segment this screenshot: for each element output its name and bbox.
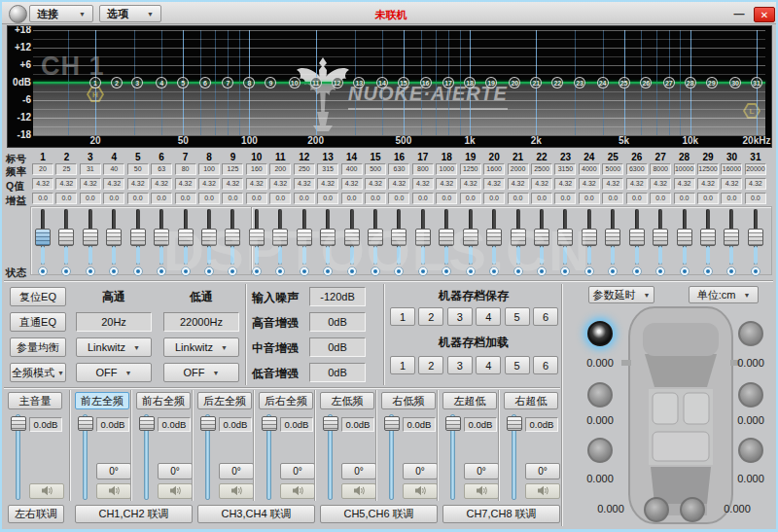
channel-mute-button[interactable] [525,483,560,499]
channel-mute-button[interactable] [96,483,131,499]
eq-slider-handle[interactable] [605,229,620,246]
eq-slider-handle[interactable] [511,229,526,246]
channel-mute-button[interactable] [158,483,193,499]
eq-band-handle[interactable]: 23 [574,77,585,89]
speaker-mid-right[interactable] [738,382,763,408]
channel-tab-9[interactable]: 右超低 [504,392,558,409]
options-menu-button[interactable]: 选项 ▼ [99,5,161,22]
eq-slider-handle[interactable] [106,229,122,246]
band-status-radio[interactable] [632,266,642,276]
eq-slider-handle[interactable] [201,229,217,246]
band-status-radio[interactable] [181,266,191,276]
channel-slider-handle[interactable] [507,416,522,431]
band-status-radio[interactable] [751,266,760,276]
eq-band-handle[interactable]: 19 [485,77,497,89]
channel-mute-button[interactable] [280,483,315,499]
eq-slider-handle[interactable] [700,229,716,246]
eq-slider-handle[interactable] [368,229,383,246]
eq-slider-handle[interactable] [130,229,146,246]
channel-volume-value[interactable]: 0.0dB [341,417,374,432]
channel-mute-button[interactable] [464,483,499,499]
band-status-radio[interactable] [418,266,428,276]
channel-slider-handle[interactable] [200,416,216,431]
channel-phase-button[interactable]: 0° [525,463,560,479]
eq-band-handle[interactable]: 18 [464,77,476,89]
band-status-radio[interactable] [537,266,547,276]
eq-band-handle[interactable]: 30 [729,77,741,89]
eq-slider-handle[interactable] [35,229,51,246]
input-noise-field[interactable]: -120dB [309,287,366,306]
channel-volume-value[interactable]: 0.0dB [403,417,436,432]
preset-load-button-5[interactable]: 5 [505,356,530,374]
channel-mute-button[interactable] [341,483,376,499]
mid-boost-field[interactable]: 0dB [309,337,366,357]
connect-menu-button[interactable]: 连接 ▼ [29,5,93,22]
channel-slider-handle[interactable] [78,416,93,431]
eq-slider-handle[interactable] [463,229,478,246]
eq-slider-handle[interactable] [297,229,312,246]
eq-slider-handle[interactable] [582,229,597,246]
eq-band-handle[interactable]: 2 [111,77,123,89]
channel-slider-handle[interactable] [11,416,26,431]
band-status-radio[interactable] [466,266,476,276]
eq-slider-handle[interactable] [344,229,360,246]
eq-band-handle[interactable]: 27 [663,77,675,89]
band-status-radio[interactable] [133,266,143,276]
band-status-radio[interactable] [703,266,713,276]
highpass-slope-dropdown[interactable]: OFF▼ [76,363,152,382]
channel-tab-7[interactable]: 右低频 [381,392,436,409]
eq-band-handle[interactable]: 10 [289,77,301,89]
channel-volume-value[interactable]: 0.0dB [96,417,129,432]
channel-mute-button[interactable] [29,483,64,499]
eq-slider-handle[interactable] [249,229,265,246]
channel-tab-5[interactable]: 后右全频 [259,392,313,409]
speaker-rear-left[interactable] [587,438,613,463]
lowpass-slope-dropdown[interactable]: OFF▼ [163,363,239,382]
band-status-radio[interactable] [513,266,523,276]
eq-band-handle[interactable]: 16 [420,77,432,89]
preset-save-button-4[interactable]: 4 [476,307,501,326]
band-status-radio[interactable] [204,266,214,276]
channel-volume-value[interactable]: 0.0dB [280,417,313,432]
eq-band-handle[interactable]: 25 [619,77,630,89]
eq-band-handle[interactable]: 24 [597,77,609,89]
lowpass-freq-field[interactable]: 22000Hz [163,312,239,332]
eq-slider-handle[interactable] [58,229,74,246]
channel-phase-button[interactable]: 0° [341,463,376,479]
eq-slider-handle[interactable] [439,229,454,246]
preset-save-button-2[interactable]: 2 [418,307,443,326]
minimize-button[interactable]: — [730,11,748,20]
unit-dropdown[interactable]: 单位:cm▼ [689,286,759,303]
band-status-radio[interactable] [38,266,48,276]
channel-phase-button[interactable]: 0° [158,463,193,479]
eq-slider-handle[interactable] [677,229,692,246]
band-status-radio[interactable] [347,266,357,276]
preset-load-button-1[interactable]: 1 [390,356,415,374]
speaker-sub-right[interactable] [680,497,705,522]
bypass-eq-button[interactable]: 直通EQ [10,312,66,332]
eq-slider-handle[interactable] [320,229,336,246]
highpass-freq-field[interactable]: 20Hz [76,312,152,332]
channel-slider-handle[interactable] [262,416,277,431]
channel-tab-3[interactable]: 前右全频 [136,392,191,409]
eq-slider-handle[interactable] [272,229,288,246]
eq-slider-handle[interactable] [415,229,431,246]
eq-slider-handle[interactable] [391,229,407,246]
eq-slider-handle[interactable] [534,229,549,246]
channel-volume-value[interactable]: 0.0dB [219,417,252,432]
channel-phase-button[interactable]: 0° [96,463,131,479]
channel-phase-button[interactable]: 0° [280,463,315,479]
eq-band-handle[interactable]: 31 [751,77,762,89]
channel-tab-1[interactable]: 主音量 [8,392,62,409]
eq-slider-handle[interactable] [653,229,668,246]
eq-slider-handle[interactable] [557,229,573,246]
eq-band-handle[interactable]: 1 [89,77,101,89]
channel-link-button-3[interactable]: CH3,CH4 联调 [197,505,315,523]
eq-band-handle[interactable]: 11 [310,77,322,89]
channel-link-button-2[interactable]: CH1,CH2 联调 [75,505,193,523]
band-status-radio[interactable] [86,266,95,276]
channel-volume-value[interactable]: 0.0dB [525,417,558,432]
band-status-radio[interactable] [371,266,380,276]
channel-mute-button[interactable] [219,483,254,499]
fullrange-mode-button[interactable]: 全频模式 ▼ [10,363,66,382]
